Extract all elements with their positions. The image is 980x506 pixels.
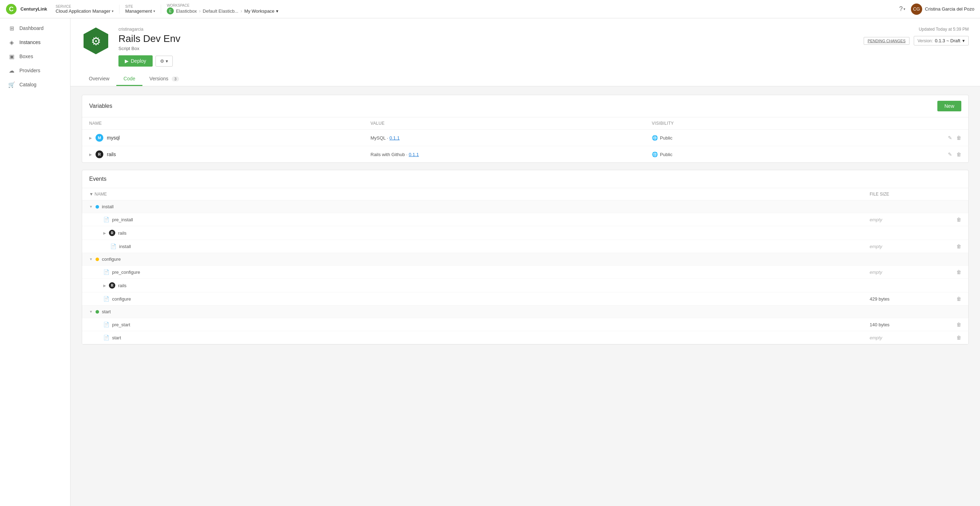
delete-mysql-button[interactable]: 🗑	[956, 135, 961, 141]
pre-configure-actions: 🗑	[940, 269, 961, 275]
delete-configure-button[interactable]: 🗑	[956, 296, 961, 301]
sidebar-label-providers: Providers	[19, 68, 40, 73]
configure-status-dot	[95, 258, 99, 261]
dashboard-icon: ⊞	[8, 25, 15, 32]
help-button[interactable]: ? ▾	[899, 5, 905, 13]
configure-file-value: 429 bytes	[870, 297, 940, 301]
breadcrumb-sep-1: ›	[199, 8, 200, 14]
sidebar-item-boxes[interactable]: ▣ Boxes	[0, 49, 70, 63]
file-icon-start: 📄	[103, 335, 109, 340]
delete-pre-configure-button[interactable]: 🗑	[956, 269, 961, 275]
tab-code[interactable]: Code	[116, 72, 142, 86]
tab-versions[interactable]: Versions 3	[142, 72, 186, 86]
deploy-play-icon: ▶	[125, 58, 129, 64]
var-visibility-rails: 🌐 Public	[652, 152, 933, 157]
sidebar-item-catalog[interactable]: 🛒 Catalog	[0, 78, 70, 92]
rails-version-link[interactable]: 0.1.1	[409, 152, 419, 157]
tab-overview[interactable]: Overview	[82, 72, 116, 86]
service-value[interactable]: Cloud Application Manager ▾	[56, 8, 113, 14]
event-group-configure: ▼ configure	[82, 253, 968, 266]
pre-install-actions: 🗑	[940, 217, 961, 222]
breadcrumb-default[interactable]: Default Elasticb...	[203, 8, 238, 14]
start-expand-icon[interactable]: ▼	[89, 310, 93, 314]
pre-configure-value: empty	[870, 270, 940, 275]
deploy-button[interactable]: ▶ Deploy	[118, 56, 153, 67]
var-name-cell-rails: ▶ R rails	[89, 151, 371, 158]
delete-pre-install-button[interactable]: 🗑	[956, 217, 961, 222]
new-variable-button[interactable]: New	[937, 101, 961, 111]
rails-icon: R	[95, 151, 103, 158]
site-chevron-icon: ▾	[153, 9, 155, 13]
breadcrumb-sep-2: ›	[240, 8, 242, 14]
var-value-rails: Rails with Github · 0.1.1	[371, 152, 652, 157]
service-nav-section[interactable]: Service Cloud Application Manager ▾	[56, 5, 119, 14]
expand-arrow-mysql[interactable]: ▶	[89, 136, 92, 140]
rails-configure-icon: R	[109, 282, 115, 289]
variables-title: Variables	[89, 103, 113, 109]
instances-icon: ◈	[8, 39, 15, 46]
install-status-dot	[95, 205, 99, 209]
site-label: Site	[125, 5, 155, 8]
sidebar-label-instances: Instances	[19, 40, 41, 45]
catalog-icon: 🛒	[8, 81, 15, 88]
file-icon-pre-install: 📄	[103, 217, 109, 222]
event-child-rails-install: ▶ R rails	[82, 226, 968, 240]
site-value[interactable]: Management ▾	[125, 8, 155, 14]
delete-install-nested-button[interactable]: 🗑	[956, 243, 961, 249]
variable-row-mysql: ▶ M mysql MySQL · 0.1.1 🌐 Public ✎ 🗑	[82, 130, 968, 146]
expand-arrow-rails[interactable]: ▶	[89, 152, 92, 157]
gear-icon: ⚙	[160, 59, 164, 64]
boxes-icon: ▣	[8, 53, 15, 60]
rails-configure-expand[interactable]: ▶	[103, 284, 106, 287]
content-area: Variables New Name Value Visibility ▶ M …	[70, 86, 980, 360]
settings-button[interactable]: ⚙ ▾	[156, 56, 173, 67]
install-expand-icon[interactable]: ▼	[89, 205, 93, 209]
user-menu[interactable]: CG Cristina Garcia del Pozo	[911, 3, 974, 15]
col-visibility: Visibility	[652, 121, 933, 126]
pre-start-value: 140 bytes	[870, 322, 940, 327]
sidebar-item-instances[interactable]: ◈ Instances	[0, 35, 70, 49]
breadcrumb-my-workspace[interactable]: My Workspace ▾	[244, 8, 278, 14]
events-col-filesize: File Size	[870, 192, 940, 197]
rails-install-expand[interactable]: ▶	[103, 231, 106, 235]
site-nav-section[interactable]: Site Management ▾	[125, 5, 161, 14]
box-header-right: Updated Today at 5:39 PM PENDING CHANGES…	[864, 27, 969, 46]
configure-expand-icon[interactable]: ▼	[89, 257, 93, 261]
breadcrumb-elasticbox[interactable]: E Elasticbox	[167, 7, 197, 14]
install-nested-actions: 🗑	[940, 243, 961, 249]
sidebar-item-dashboard[interactable]: ⊞ Dashboard	[0, 21, 70, 35]
box-meta: cristinagarcia Rails Dev Env Script Box …	[118, 27, 855, 67]
events-header: Events	[82, 170, 968, 188]
elasticbox-avatar: E	[167, 7, 174, 14]
settings-chevron-icon: ▾	[166, 59, 168, 64]
mysql-icon: M	[95, 134, 103, 142]
event-child-pre-install: 📄 pre_install empty 🗑	[82, 213, 968, 226]
workspace-nav-section: Workspace E Elasticbox › Default Elastic…	[167, 3, 284, 14]
file-icon-pre-start: 📄	[103, 322, 109, 327]
version-select[interactable]: Version: 0.1.3 ~ Draft ▾	[914, 36, 969, 46]
rails-install-name: ▶ R rails	[103, 230, 870, 236]
pending-changes-badge[interactable]: PENDING CHANGES	[864, 37, 910, 45]
mysql-version-link[interactable]: 0.1.1	[390, 135, 400, 141]
edit-rails-button[interactable]: ✎	[948, 152, 952, 157]
sidebar-label-boxes: Boxes	[19, 54, 33, 59]
file-icon-configure: 📄	[103, 296, 109, 301]
box-type: Script Box	[118, 46, 855, 51]
delete-pre-start-button[interactable]: 🗑	[956, 322, 961, 327]
delete-rails-button[interactable]: 🗑	[956, 152, 961, 157]
edit-mysql-button[interactable]: ✎	[948, 135, 952, 141]
events-col-name: ▼ Name	[89, 192, 870, 197]
box-header-top: ⚙ cristinagarcia Rails Dev Env Script Bo…	[82, 27, 969, 67]
sidebar-item-providers[interactable]: ☁ Providers	[0, 63, 70, 78]
install-nested-name: 📄 install	[110, 243, 870, 249]
var-name-rails: rails	[107, 152, 116, 157]
start-file-name: 📄 start	[103, 335, 870, 340]
delete-start-button[interactable]: 🗑	[956, 335, 961, 340]
start-file-value: empty	[870, 335, 940, 340]
sidebar-label-catalog: Catalog	[19, 82, 36, 87]
workspace-chevron-icon: ▾	[276, 8, 278, 14]
events-title: Events	[89, 176, 107, 182]
start-file-actions: 🗑	[940, 335, 961, 340]
variables-section: Variables New Name Value Visibility ▶ M …	[82, 95, 969, 163]
events-section: Events ▼ Name File Size ▼ install	[82, 170, 969, 344]
